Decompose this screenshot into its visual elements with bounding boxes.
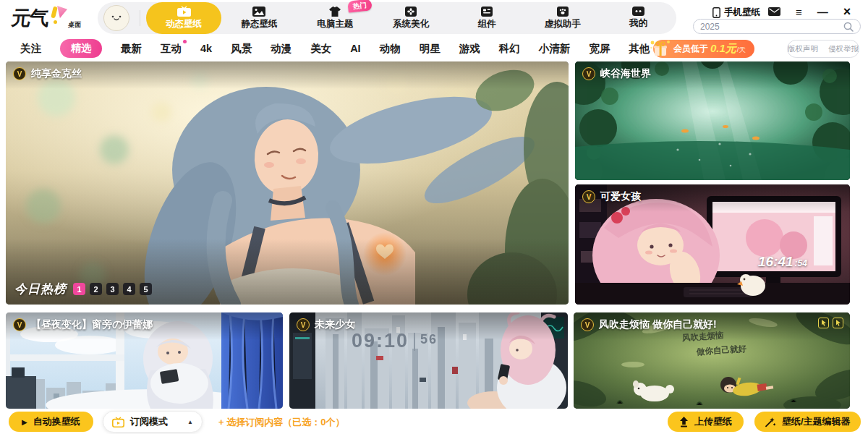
interactive-feature-badges — [818, 318, 843, 328]
card-title-row: V 未来少女 — [297, 318, 355, 331]
copyright-link[interactable]: 版权声明 — [788, 44, 818, 54]
wallpaper-card-future-girl[interactable]: V 未来少女 09:10 56 — [289, 312, 568, 409]
cat-scifi[interactable]: 科幻 — [499, 42, 520, 56]
tab-mine[interactable]: 我的 — [600, 2, 676, 34]
cursor-feature-icon — [833, 318, 843, 328]
top-bar: 元气 桌面 动态壁纸 — [0, 0, 868, 36]
cat-beauty[interactable]: 美女 — [310, 42, 331, 56]
wallpaper-card-featured[interactable]: V 纯享金克丝 今日热榜 1 2 3 4 5 — [6, 61, 569, 305]
video-wallpaper-icon — [177, 6, 191, 17]
clock-seconds: 56 — [420, 332, 438, 347]
system-beautify-icon — [405, 7, 417, 17]
report-link[interactable]: 侵权举报 — [828, 44, 859, 54]
tab-label: 我的 — [629, 17, 647, 30]
rank-4[interactable]: 4 — [123, 283, 135, 295]
tab-label: 虚拟助手 — [545, 18, 581, 30]
primary-nav: 动态壁纸 静态壁纸 电脑主题 热门 — [98, 2, 676, 34]
cat-follow[interactable]: 关注 — [20, 42, 41, 56]
cat-ai[interactable]: AI — [350, 43, 361, 54]
cursor-feature-icon — [818, 318, 829, 328]
wallpaper-card-shinchan[interactable]: V 风吹走烦恼 做你自己就好! 风吹走烦恼 做你自己就好 — [574, 312, 850, 409]
card-title: 未来少女 — [315, 318, 355, 331]
auto-change-wallpaper-button[interactable]: ▶ 自动换壁纸 — [9, 412, 93, 432]
card-title-row: V 可爱女孩 — [582, 190, 641, 203]
cat-other[interactable]: 其他 — [629, 42, 650, 56]
rank-list: 1 2 3 4 5 — [73, 283, 152, 295]
profile-icon — [632, 7, 644, 16]
vip-text: 会员低于 — [673, 43, 708, 55]
tab-computer-theme[interactable]: 电脑主题 热门 — [297, 2, 373, 34]
clock-hours-minutes: 09:10 — [352, 330, 409, 352]
select-subscribe-content-link[interactable]: + 选择订阅内容（已选：0个） — [218, 416, 344, 429]
creator-badge-icon: V — [582, 67, 595, 80]
caret-up-icon: ▲ — [187, 419, 193, 425]
logo-subtext: 桌面 — [68, 20, 81, 30]
tab-dynamic-wallpaper[interactable]: 动态壁纸 — [146, 2, 221, 34]
gift-icon — [650, 38, 671, 59]
message-button[interactable] — [768, 5, 780, 18]
user-avatar[interactable] — [103, 5, 129, 31]
cat-interactive[interactable]: 互动 — [161, 42, 182, 56]
category-bar: 关注 精选 最新 互动 4k 风景 动漫 美女 AI 动物 明星 游戏 科幻 小… — [20, 36, 650, 61]
cat-widescreen[interactable]: 宽屏 — [589, 42, 610, 56]
card-title-row: V 纯享金克丝 — [13, 67, 82, 80]
search-icon[interactable] — [843, 22, 854, 32]
card-title: 【昼夜变化】窗旁の伊蕾娜 — [31, 318, 153, 331]
wallpaper-clock: 16:41 :54 — [758, 254, 807, 270]
vip-price: 0.1元 — [710, 42, 736, 56]
wallpaper-card-cute-girl[interactable]: V 可爱女孩 16:41 :54 — [575, 184, 850, 305]
tab-system-beautify[interactable]: 系统美化 — [373, 2, 449, 34]
cat-fresh[interactable]: 小清新 — [539, 42, 571, 56]
vip-promo-badge[interactable]: 会员低于 0.1元 /天 — [653, 40, 754, 58]
nav-tabs: 动态壁纸 静态壁纸 电脑主题 热门 — [146, 2, 676, 34]
minimize-button[interactable]: — — [817, 5, 828, 18]
cat-scenery[interactable]: 风景 — [231, 42, 252, 56]
rank-5[interactable]: 5 — [140, 283, 152, 295]
nav-divider — [140, 10, 140, 26]
wallpaper-clock: 09:10 56 — [352, 330, 438, 352]
wallpaper-card-canyon[interactable]: V 峡谷海世界 — [575, 61, 850, 180]
cat-star[interactable]: 明星 — [420, 42, 441, 56]
clock-seconds: :54 — [795, 258, 807, 268]
smiley-face-icon — [111, 14, 122, 22]
tab-label: 电脑主题 — [317, 18, 353, 30]
phone-wallpaper-label: 手机壁纸 — [724, 7, 760, 19]
creator-badge-icon: V — [297, 318, 310, 331]
tab-label: 组件 — [477, 18, 495, 30]
rank-3[interactable]: 3 — [106, 283, 119, 295]
menu-icon: ≡ — [796, 7, 802, 17]
rank-1[interactable]: 1 — [73, 283, 85, 295]
tab-widgets[interactable]: 组件 — [448, 2, 524, 34]
cat-anime[interactable]: 动漫 — [271, 42, 292, 56]
creator-badge-icon: V — [581, 318, 594, 331]
subscribe-mode-label: 订阅模式 — [130, 415, 168, 428]
cat-animal[interactable]: 动物 — [380, 42, 401, 56]
cat-game[interactable]: 游戏 — [459, 42, 480, 56]
cat-featured[interactable]: 精选 — [60, 39, 102, 58]
rank-2[interactable]: 2 — [90, 283, 102, 295]
close-button[interactable]: × — [843, 5, 851, 18]
app-logo: 元气 桌面 — [12, 5, 81, 31]
subscribe-mode-dropdown[interactable]: 订阅模式 ▲ — [103, 411, 203, 433]
cat-newest[interactable]: 最新 — [121, 42, 142, 56]
tv-icon — [112, 417, 124, 427]
daily-hot-rank: 今日热榜 1 2 3 4 5 — [14, 281, 152, 297]
card-top-shade — [6, 61, 569, 89]
vip-unit: /天 — [737, 46, 746, 55]
bottom-toolbar: ▶ 自动换壁纸 订阅模式 ▲ + 选择订阅内容（已选：0个） 上传壁纸 — [0, 409, 868, 434]
tab-virtual-assistant[interactable]: 虚拟助手 — [524, 2, 600, 34]
tab-static-wallpaper[interactable]: 静态壁纸 — [221, 2, 297, 34]
creator-badge-icon: V — [13, 318, 26, 331]
upload-wallpaper-button[interactable]: 上传壁纸 — [668, 412, 744, 432]
wallpaper-theme-editor-button[interactable]: 壁纸/主题编辑器 — [754, 412, 861, 432]
editor-label: 壁纸/主题编辑器 — [782, 415, 851, 428]
play-icon: ▶ — [22, 418, 27, 426]
cat-4k[interactable]: 4k — [200, 43, 212, 54]
logo-exclamation-icon — [49, 5, 68, 30]
search-input[interactable] — [700, 22, 839, 32]
wallpaper-card-elaina[interactable]: V 【昼夜变化】窗旁の伊蕾娜 — [6, 312, 283, 409]
search-box — [693, 19, 861, 34]
menu-button[interactable]: ≡ — [796, 5, 802, 18]
phone-wallpaper-link[interactable]: 手机壁纸 — [712, 7, 760, 19]
card-title: 可爱女孩 — [600, 190, 641, 203]
